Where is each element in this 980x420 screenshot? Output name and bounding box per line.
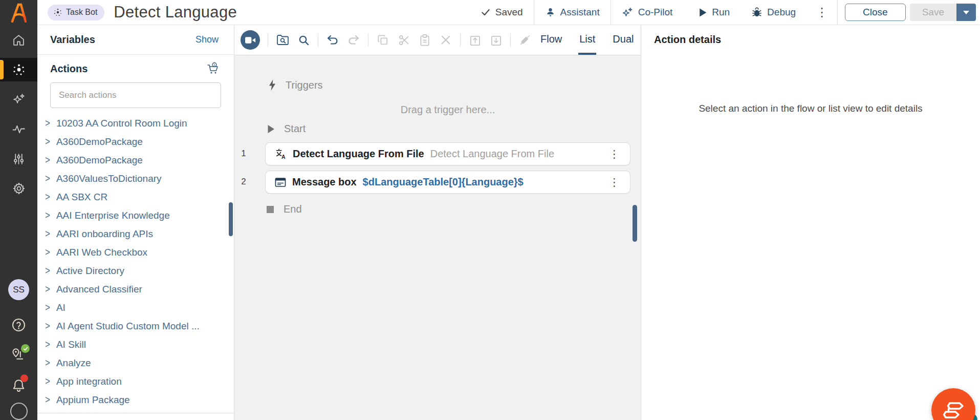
chevron-right-icon[interactable]: > (45, 265, 50, 277)
close-button[interactable]: Close (845, 4, 906, 21)
chevron-right-icon[interactable]: > (45, 394, 50, 406)
rail-home-button[interactable] (0, 25, 37, 55)
tab-flow[interactable]: Flow (539, 25, 563, 55)
user-avatar[interactable]: SS (8, 279, 29, 300)
canvas-scrollbar[interactable] (633, 205, 637, 242)
bot-canvas: Flow List Dual Triggers Drag a trigger h… (234, 25, 641, 420)
step-menu-button[interactable]: ⋮ (606, 148, 623, 160)
variables-show-link[interactable]: Show (195, 34, 219, 45)
package-list-item[interactable]: > Analyze (37, 354, 234, 372)
cut-button[interactable] (397, 33, 410, 47)
package-list-item[interactable]: > AI Skill (37, 335, 234, 354)
assistant-label: Assistant (560, 7, 600, 18)
chevron-right-icon[interactable]: > (45, 210, 50, 222)
save-dropdown-button[interactable] (956, 4, 976, 21)
copy-icon (377, 34, 388, 46)
step-card-detect-language[interactable]: A Detect Language From File Detect Langu… (265, 142, 630, 165)
copy-button[interactable] (376, 33, 389, 47)
chevron-right-icon[interactable]: > (45, 192, 50, 203)
trigger-drop-zone[interactable]: Drag a trigger here... (265, 104, 630, 116)
search-canvas-button[interactable] (297, 33, 310, 47)
paste-button[interactable] (418, 33, 431, 47)
package-list-item[interactable]: > A360DemoPackage (37, 151, 234, 170)
start-play-icon (267, 124, 275, 134)
pathfinder-status-badge (21, 344, 30, 353)
chevron-right-icon[interactable]: > (45, 376, 50, 388)
undo-button[interactable] (326, 33, 339, 47)
find-in-folder-button[interactable] (276, 33, 289, 47)
rail-admin-button[interactable] (0, 174, 37, 203)
redo-icon (347, 35, 360, 45)
chevron-right-icon[interactable]: > (45, 118, 50, 130)
package-name: Advanced Classifier (56, 284, 142, 295)
chevron-right-icon[interactable]: > (45, 284, 50, 296)
run-button[interactable]: Run (683, 7, 741, 18)
paste-from-shared-clipboard-button[interactable] (489, 33, 503, 47)
tab-list[interactable]: List (578, 25, 596, 55)
rail-partial-avatar (10, 403, 28, 420)
save-button[interactable]: Save (910, 4, 956, 21)
package-name: A360DemoPackage (56, 136, 143, 148)
pencil-slash-icon (519, 34, 531, 46)
chevron-down-icon (963, 10, 970, 15)
package-list-item[interactable]: > Appium Package (37, 391, 234, 409)
package-list-item[interactable]: > AAI Enterprise Knowledge (37, 206, 234, 225)
rail-ai-tools-button[interactable] (0, 85, 37, 114)
triggers-label: Triggers (286, 79, 323, 91)
package-list-item[interactable]: > Advanced Classifier (37, 280, 234, 299)
chevron-right-icon[interactable]: > (45, 173, 50, 185)
package-list-item[interactable]: > A360ValuesToDictionary (37, 170, 234, 188)
package-list-item[interactable]: > AA SBX CR (37, 188, 234, 206)
search-actions-input[interactable] (50, 82, 221, 108)
bot-store-cart-icon[interactable]: A (206, 62, 220, 75)
copilot-button[interactable]: Co-Pilot (611, 7, 684, 18)
package-list-item[interactable]: > A360DemoPackage (37, 133, 234, 151)
package-list-item[interactable]: > AARI Web Checkbox (37, 243, 234, 262)
redo-button[interactable] (347, 33, 360, 47)
action-details-empty-message: Select an action in the flow or list vie… (641, 103, 980, 114)
chevron-right-icon[interactable]: > (45, 302, 50, 314)
rail-help-button[interactable] (11, 310, 26, 340)
copy-to-shared-clipboard-button[interactable] (468, 33, 482, 47)
delete-button[interactable] (439, 33, 452, 47)
rail-settings-sliders-button[interactable] (0, 144, 37, 174)
step-menu-button[interactable]: ⋮ (606, 176, 623, 188)
actions-panel-scrollbar[interactable] (229, 202, 233, 236)
package-name: AA SBX CR (56, 192, 107, 203)
panel-bottom-divider (37, 413, 234, 413)
package-list-item[interactable]: > AI Agent Studio Custom Model ... (37, 317, 234, 335)
rail-automations-button[interactable] (0, 58, 37, 81)
package-list-item[interactable]: > AARI onboarding APIs (37, 225, 234, 243)
header-more-menu-button[interactable]: ⋮ (807, 5, 837, 19)
step-card-message-box[interactable]: Message box $dLanguageTable[0]{Language}… (265, 171, 630, 194)
sparkles-icon (12, 93, 26, 106)
camera-icon (245, 36, 256, 44)
automation-anywhere-logo[interactable] (0, 0, 37, 25)
debug-button[interactable]: Debug (741, 7, 807, 18)
tab-dual[interactable]: Dual (612, 25, 635, 55)
assistant-button[interactable]: Assistant (534, 7, 611, 18)
canvas-toolbar: Flow List Dual (234, 25, 641, 55)
chevron-right-icon[interactable]: > (45, 228, 50, 240)
package-list-item[interactable]: > 10203 AA Control Room Login (37, 114, 234, 133)
chevron-right-icon[interactable]: > (45, 321, 50, 332)
rail-activity-button[interactable] (0, 114, 37, 144)
chevron-right-icon[interactable]: > (45, 136, 50, 148)
package-list-item[interactable]: > App integration (37, 372, 234, 391)
chevron-right-icon[interactable]: > (45, 155, 50, 166)
chevron-right-icon[interactable]: > (45, 358, 50, 369)
header-actions: Saved Assistant C (470, 0, 980, 25)
end-label: End (284, 203, 302, 215)
package-list-item[interactable]: > AI (37, 299, 234, 317)
divider (510, 33, 511, 47)
chevron-right-icon[interactable]: > (45, 247, 50, 259)
edit-disabled-button[interactable] (518, 33, 532, 47)
step-subtitle: Detect Language From File (430, 148, 554, 160)
package-name: AARI onboarding APIs (56, 228, 153, 240)
record-button[interactable] (241, 30, 260, 50)
package-list-item[interactable]: > Active Directory (37, 262, 234, 280)
rail-notifications-button[interactable] (11, 370, 26, 401)
rail-pathfinder-button[interactable] (11, 340, 27, 370)
chevron-right-icon[interactable]: > (45, 339, 50, 351)
search-icon (298, 34, 310, 46)
